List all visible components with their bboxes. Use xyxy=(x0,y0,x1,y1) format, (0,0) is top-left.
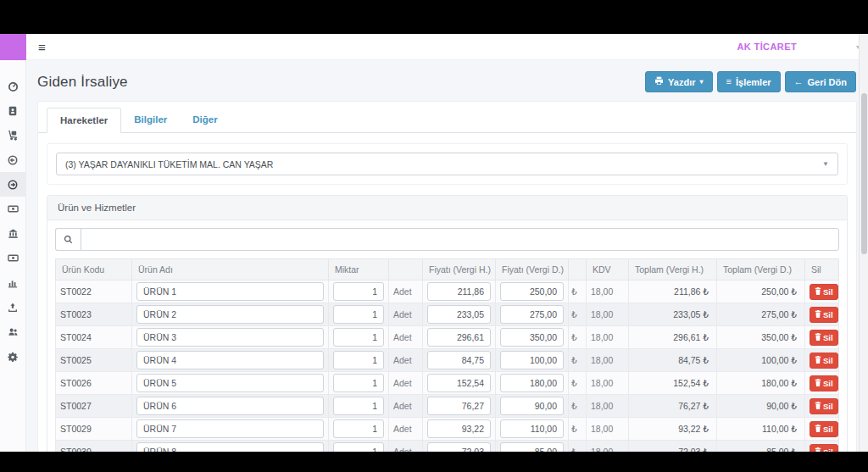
sidebar-item-reports[interactable] xyxy=(0,270,25,295)
price-excl-input[interactable] xyxy=(427,442,491,452)
sidebar-item-outgoing-waybill[interactable] xyxy=(0,172,25,197)
price-incl-cell xyxy=(496,326,569,349)
quantity-input[interactable] xyxy=(333,442,384,452)
quantity-cell xyxy=(329,441,389,453)
price-incl-input[interactable] xyxy=(500,351,564,369)
price-incl-input[interactable] xyxy=(500,419,564,438)
total-excl-cell: 93,22 ₺ xyxy=(629,418,717,441)
sidebar-item-cash[interactable] xyxy=(0,197,25,221)
page-header: Giden İrsaliye Yazdır ▾ ≡ İşlemler ← Ger… xyxy=(26,60,868,101)
menu-toggle-icon[interactable]: ≡ xyxy=(38,41,46,53)
tab-bilgiler[interactable]: Bilgiler xyxy=(121,108,180,132)
quantity-cell xyxy=(329,395,389,418)
price-incl-input[interactable] xyxy=(500,397,564,415)
back-button[interactable]: ← Geri Dön xyxy=(785,71,856,92)
product-name-input[interactable] xyxy=(136,328,324,347)
price-incl-input[interactable] xyxy=(500,442,564,452)
unit-cell: Adet xyxy=(389,349,423,372)
product-name-input[interactable] xyxy=(136,397,324,415)
quantity-input[interactable] xyxy=(333,351,384,369)
scrollbar-thumb[interactable] xyxy=(861,93,867,254)
product-name-input[interactable] xyxy=(136,374,324,392)
product-code-cell: ST0030 xyxy=(56,441,132,453)
total-excl-cell: 152,54 ₺ xyxy=(629,372,717,395)
product-name-input[interactable] xyxy=(136,419,324,438)
price-incl-input[interactable] xyxy=(500,374,564,392)
price-incl-input[interactable] xyxy=(500,305,564,324)
table-row: ST0026 Adet ₺ 18,00 152,54 ₺ 180,00 ₺ xyxy=(56,372,839,395)
unit-cell: Adet xyxy=(389,280,423,303)
sidebar-item-customers[interactable] xyxy=(0,319,25,344)
vertical-scrollbar[interactable] xyxy=(859,34,868,452)
product-name-input[interactable] xyxy=(136,282,324,301)
price-excl-input[interactable] xyxy=(427,351,491,369)
header-currency xyxy=(569,259,587,280)
waybill-card: Hareketler Bilgiler Diğer (3) YAŞAR DAYA… xyxy=(37,101,857,452)
price-excl-input[interactable] xyxy=(427,282,491,301)
delete-row-button[interactable]: Sil xyxy=(810,353,838,369)
quantity-input[interactable] xyxy=(333,397,384,415)
print-button[interactable]: Yazdır ▾ xyxy=(645,71,712,92)
bank-icon xyxy=(8,228,19,239)
price-incl-input[interactable] xyxy=(500,282,564,301)
table-row: ST0025 Adet ₺ 18,00 84,75 ₺ 100,00 ₺ xyxy=(56,349,839,372)
top-navbar: ≡ AK TİCARET ▾ xyxy=(26,34,868,60)
price-excl-cell xyxy=(423,280,496,303)
price-excl-input[interactable] xyxy=(427,374,491,392)
sidebar-item-shipping[interactable] xyxy=(0,123,25,147)
sidebar-item-upload[interactable] xyxy=(0,295,25,319)
app-logo[interactable] xyxy=(0,34,26,60)
total-incl-cell: 90,00 ₺ xyxy=(717,395,805,418)
delete-row-button[interactable]: Sil xyxy=(810,375,838,391)
kdv-cell: 18,00 xyxy=(587,326,629,349)
quantity-input[interactable] xyxy=(333,374,384,392)
delete-row-button[interactable]: Sil xyxy=(810,421,838,437)
table-row: ST0030 Adet ₺ 18,00 72,03 ₺ 85,00 ₺ xyxy=(56,441,839,453)
sidebar-item-dashboard[interactable] xyxy=(0,74,25,98)
unit-cell: Adet xyxy=(389,303,423,326)
delete-row-button[interactable]: Sil xyxy=(810,307,838,323)
product-name-input[interactable] xyxy=(136,442,324,452)
product-name-input[interactable] xyxy=(136,305,324,324)
brand-name[interactable]: AK TİCARET xyxy=(737,42,797,52)
tab-hareketler[interactable]: Hareketler xyxy=(47,108,121,133)
quantity-input[interactable] xyxy=(333,305,384,324)
actions-button[interactable]: ≡ İşlemler xyxy=(717,71,781,92)
delete-row-button[interactable]: Sil xyxy=(810,444,838,453)
currency-symbol: ₺ xyxy=(569,349,587,372)
product-name-input[interactable] xyxy=(136,351,324,369)
sidebar-item-money[interactable] xyxy=(0,246,25,270)
delete-row-button[interactable]: Sil xyxy=(810,284,838,300)
tab-diger[interactable]: Diğer xyxy=(180,108,230,132)
currency-symbol: ₺ xyxy=(569,418,587,441)
kdv-cell: 18,00 xyxy=(587,303,629,326)
printer-icon xyxy=(654,76,664,87)
currency-symbol: ₺ xyxy=(569,303,587,326)
quantity-input[interactable] xyxy=(333,419,384,438)
products-panel-body: Ürün Kodu Ürün Adı Miktar Fiyatı (Vergi … xyxy=(47,220,847,452)
currency-symbol: ₺ xyxy=(569,280,587,303)
header-toplam-vergi-d: Toplam (Vergi D.) xyxy=(717,259,805,280)
sidebar-item-incoming-waybill[interactable] xyxy=(0,147,25,172)
price-excl-input[interactable] xyxy=(427,328,491,347)
sidebar-item-bank[interactable] xyxy=(0,221,25,246)
quantity-input[interactable] xyxy=(333,282,384,301)
table-row: ST0023 Adet ₺ 18,00 233,05 ₺ 275,00 ₺ xyxy=(56,303,839,326)
product-search-input[interactable] xyxy=(81,228,839,251)
delete-cell: Sil xyxy=(805,441,839,453)
customer-select[interactable]: (3) YAŞAR DAYANIKLI TÜKETİM MAL. CAN YAŞ… xyxy=(56,153,838,175)
price-excl-input[interactable] xyxy=(427,397,491,415)
delete-row-button[interactable]: Sil xyxy=(810,330,838,346)
price-incl-input[interactable] xyxy=(500,328,564,347)
search-icon xyxy=(64,232,73,247)
total-incl-cell: 85,00 ₺ xyxy=(717,441,805,453)
price-excl-input[interactable] xyxy=(427,419,491,438)
unit-cell: Adet xyxy=(389,372,423,395)
delete-row-button[interactable]: Sil xyxy=(810,398,838,414)
currency-symbol: ₺ xyxy=(569,441,587,453)
quantity-input[interactable] xyxy=(333,328,384,347)
quantity-cell xyxy=(329,280,389,303)
sidebar-item-settings[interactable] xyxy=(0,344,25,369)
price-excl-input[interactable] xyxy=(427,305,491,324)
sidebar-item-contacts[interactable] xyxy=(0,98,25,123)
